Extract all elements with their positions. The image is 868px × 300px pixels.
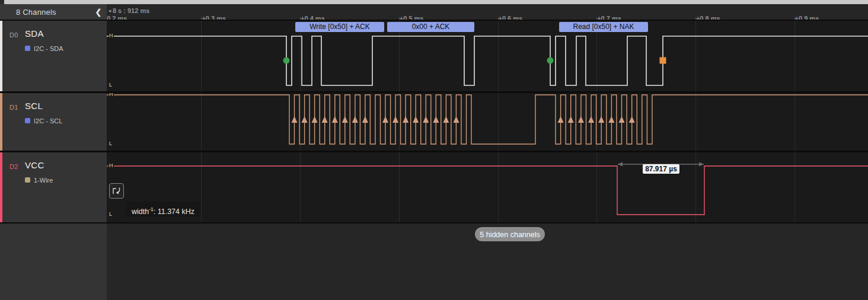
decoder-bubble[interactable]: Write [0x50] + ACK [295,22,384,32]
logic-analyzer-window: 8 Channels ❮ ◄8 s : 912 ms +0.2 ms+0.3 m… [0,0,868,300]
signal-trace-sda [107,36,868,85]
analyzer-label: I2C - SCL [34,117,62,125]
analyzer-chip-icon [25,46,30,51]
row-separator [0,91,868,93]
measurement-arrowhead-right-icon [699,162,704,167]
time-tick-label: +0.8 ms [696,15,720,20]
measurement-tool-button[interactable] [109,183,124,199]
time-tick-label: +0.2 ms [107,15,127,20]
measurement-label[interactable]: 87.917 µs [643,164,679,174]
waveform-row-vcc[interactable]: HL [107,152,868,222]
channel-name-label: SDA [25,28,44,39]
analyzer-label: 1-Wire [34,177,53,184]
channels-header-bar: 8 Channels ❮ [0,4,107,20]
row-separator [0,151,868,152]
decoder-bubble[interactable]: Read [0x50] + NAK [559,22,648,32]
i2c-start-marker-icon [283,58,290,64]
time-tick-label: +0.5 ms [400,15,424,20]
channel-name-label: VCC [25,160,44,170]
waveform-row-sda[interactable]: HL [107,21,868,91]
waveform-row-scl[interactable]: HL [107,93,868,151]
sidebar-channel-vcc[interactable]: D2VCC1-Wire [0,152,107,222]
chevron-left-icon: ❮ [95,8,102,17]
analyzer-chip-icon [25,118,30,123]
time-anchor-label: ◄8 s : 912 ms [107,7,149,14]
channel-color-stripe [0,93,2,151]
channel-name-label: SCL [25,101,43,111]
time-tick-mark [794,17,795,20]
waveform-canvas-scl [107,93,868,151]
row-separator [0,222,868,224]
window-top-strip [4,0,868,4]
time-tick-mark [695,17,696,20]
channel-id-label: D2 [9,163,18,170]
i2c-stop-marker-icon [660,58,666,64]
sidebar-channel-sda[interactable]: D0SDAI2C - SDA [0,21,107,91]
time-tick-label: +0.7 ms [597,15,621,20]
channels-count-label: 8 Channels [16,8,56,17]
high-level-marker: H [108,163,114,168]
channel-color-stripe [0,21,2,91]
collapse-sidebar-button[interactable]: ❮ [92,6,105,18]
analyzer-label: I2C - SDA [34,45,63,52]
channel-color-stripe [0,152,2,222]
signal-trace-vcc [107,166,868,215]
i2c-start-marker-icon [547,58,554,64]
time-tick-label: +0.9 ms [795,15,819,20]
time-ruler[interactable]: ◄8 s : 912 ms +0.2 ms+0.3 ms+0.4 ms+0.5 … [107,4,868,20]
channel-id-label: D0 [9,31,18,39]
window-corner [0,0,4,4]
waveform-canvas-sda [107,21,868,91]
time-tick-mark [399,17,400,20]
hidden-channels-button[interactable]: 5 hidden channels [475,227,545,241]
waveform-canvas-vcc [107,152,868,222]
analyzer-chip-icon [25,177,30,183]
high-level-marker: H [108,33,114,39]
anchor-marker-icon: ◄ [107,8,112,14]
row-separator [0,20,868,21]
time-tick-label: +0.6 ms [499,15,523,20]
measure-width-icon [110,184,123,198]
time-tick-mark [596,17,597,20]
width-measurement-tooltip: width-1: 11.374 kHz [126,202,200,217]
channel-id-label: D1 [9,104,18,111]
sidebar-channel-scl[interactable]: D1SCLI2C - SCL [0,93,107,151]
signal-trace-scl [107,95,868,144]
low-level-marker: L [108,82,113,88]
time-tick-mark [300,17,301,20]
decoder-bubble[interactable]: 0x00 + ACK [387,22,474,32]
time-tick-label: +0.3 ms [202,15,226,20]
time-tick-label: +0.4 ms [301,15,325,20]
time-tick-mark [201,17,202,20]
low-level-marker: L [108,141,113,146]
low-level-marker: L [108,212,113,217]
time-tick-mark [498,17,499,20]
measurement-arrowhead-left-icon [618,162,623,167]
